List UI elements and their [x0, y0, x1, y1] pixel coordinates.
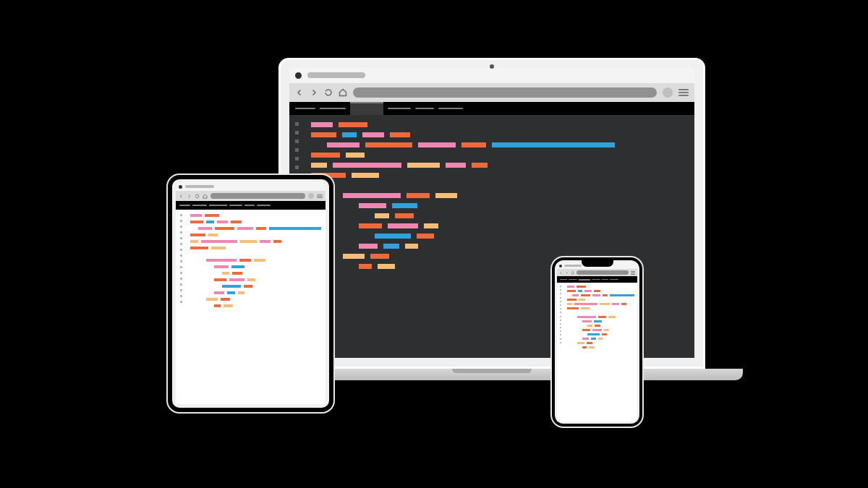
editor-tab-item[interactable] [295, 108, 315, 109]
profile-avatar-icon[interactable] [663, 87, 673, 98]
code-token [214, 265, 229, 268]
line-number-marker [560, 316, 561, 317]
code-token [446, 163, 466, 168]
code-token [273, 240, 281, 243]
home-icon[interactable] [339, 88, 347, 97]
code-token [592, 329, 603, 331]
hamburger-menu-icon[interactable] [678, 89, 689, 96]
line-number-marker [295, 166, 299, 169]
back-icon[interactable] [295, 88, 304, 97]
browser-tab[interactable] [185, 185, 214, 188]
code-line [311, 223, 687, 228]
editor-tab-item[interactable] [579, 279, 590, 281]
line-number-marker [560, 327, 561, 328]
editor-tab-item[interactable] [179, 205, 190, 206]
line-number-marker [180, 295, 182, 297]
editor-tab-item[interactable] [438, 108, 463, 109]
code-token [567, 307, 579, 309]
code-token [461, 142, 486, 147]
code-token [574, 303, 597, 305]
editor-tab-item[interactable] [209, 205, 227, 206]
code-token [579, 299, 585, 301]
back-icon[interactable] [559, 271, 563, 275]
code-line [311, 234, 687, 239]
forward-icon[interactable] [565, 271, 569, 275]
code-token [214, 304, 221, 307]
refresh-icon[interactable] [324, 88, 333, 97]
code-token [227, 291, 235, 294]
code-token [240, 240, 257, 243]
forward-icon[interactable] [310, 88, 318, 97]
code-editor-pane[interactable] [176, 210, 326, 404]
editor-tab-item[interactable] [602, 279, 608, 280]
editor-tab-item[interactable] [569, 279, 578, 280]
line-number-marker [295, 140, 299, 143]
editor-tab-item[interactable] [560, 279, 567, 280]
code-token [567, 290, 576, 292]
code-token [567, 299, 576, 301]
line-number-marker [560, 330, 561, 332]
code-token [190, 221, 203, 223]
line-number-marker [560, 301, 561, 302]
code-line [190, 234, 321, 236]
traffic-light-icon [179, 185, 182, 189]
line-number-marker [560, 289, 561, 291]
line-number-marker [295, 122, 299, 126]
code-token [229, 278, 245, 281]
editor-tab-item[interactable] [592, 279, 600, 280]
code-editor-pane[interactable] [557, 283, 637, 421]
code-token [221, 298, 231, 301]
address-bar[interactable] [353, 87, 657, 98]
code-token [256, 227, 266, 230]
code-token [205, 214, 220, 217]
code-token [311, 163, 327, 168]
code-token [362, 132, 384, 137]
code-line [190, 221, 321, 223]
line-number-marker [560, 323, 561, 325]
code-token [621, 303, 626, 305]
code-token [327, 142, 359, 147]
hamburger-menu-icon[interactable] [317, 194, 323, 198]
address-bar[interactable] [210, 193, 305, 199]
refresh-icon[interactable] [195, 194, 200, 199]
editor-tab-item[interactable] [610, 279, 618, 280]
forward-icon[interactable] [187, 194, 192, 199]
code-line [190, 272, 321, 275]
editor-tab-item[interactable] [350, 102, 383, 115]
hamburger-menu-icon[interactable] [631, 271, 635, 275]
editor-tab-item[interactable] [257, 205, 271, 206]
line-number-marker [180, 214, 182, 216]
address-bar[interactable] [576, 270, 629, 275]
code-token [375, 234, 411, 239]
code-token [581, 294, 590, 296]
code-token [343, 193, 401, 198]
editor-tab-item[interactable] [388, 108, 411, 109]
editor-tab-item[interactable] [229, 205, 242, 206]
line-number-marker [560, 312, 561, 313]
line-number-gutter [176, 210, 186, 404]
home-icon[interactable] [203, 194, 208, 199]
code-token [206, 298, 218, 301]
code-line [567, 346, 634, 348]
code-token [591, 338, 596, 340]
code-token [594, 290, 600, 292]
editor-tab-item[interactable] [320, 108, 346, 109]
code-line [190, 214, 321, 217]
line-number-marker [560, 342, 561, 343]
code-token [578, 290, 583, 292]
code-token [582, 329, 590, 331]
code-token [231, 221, 242, 223]
refresh-icon[interactable] [571, 271, 574, 275]
browser-tab[interactable] [564, 265, 582, 267]
code-line [567, 338, 634, 340]
editor-tab-item[interactable] [244, 205, 255, 206]
profile-avatar-icon[interactable] [308, 193, 314, 199]
code-line [311, 153, 687, 158]
editor-tab-item[interactable] [192, 205, 207, 206]
code-line [311, 244, 687, 249]
code-token [375, 213, 389, 218]
browser-tab[interactable] [307, 72, 365, 78]
back-icon[interactable] [179, 194, 184, 199]
editor-tab-item[interactable] [415, 108, 434, 109]
code-token [222, 285, 241, 288]
